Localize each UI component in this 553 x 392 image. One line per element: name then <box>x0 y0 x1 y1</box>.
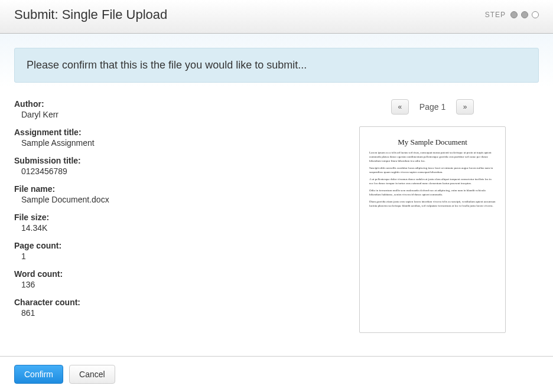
doc-preview-para: Lorem ipsum eu a felis ad luctus sed ris… <box>369 151 496 163</box>
meta-wordcount: Word count: 136 <box>14 269 314 289</box>
meta-wordcount-label: Word count: <box>14 269 314 279</box>
meta-filesize: File size: 14.34K <box>14 213 314 233</box>
step-label: STEP <box>485 11 506 19</box>
meta-pagecount-label: Page count: <box>14 241 314 250</box>
meta-assignment: Assignment title: Sample Assignment <box>14 128 314 148</box>
pager: « Page 1 » <box>391 99 474 115</box>
doc-preview-para: Diam gravida etiam justo eros sapien lor… <box>369 200 496 208</box>
meta-wordcount-value: 136 <box>14 280 314 289</box>
meta-assignment-value: Sample Assignment <box>14 138 314 148</box>
meta-filesize-value: 14.34K <box>14 223 314 233</box>
meta-charcount-value: 861 <box>14 308 314 318</box>
meta-filename: File name: Sample Document.docx <box>14 184 314 204</box>
meta-submission-label: Submission title: <box>14 156 314 165</box>
file-metadata: Author: Daryl Kerr Assignment title: Sam… <box>14 99 314 333</box>
meta-filesize-label: File size: <box>14 213 314 222</box>
step-dot-1 <box>510 11 518 18</box>
doc-preview-title: My Sample Document <box>369 138 496 147</box>
meta-submission: Submission title: 0123456789 <box>14 156 314 176</box>
meta-author-value: Daryl Kerr <box>14 110 314 119</box>
prev-page-button[interactable]: « <box>391 99 409 115</box>
footer: Confirm Cancel <box>0 356 553 392</box>
page-title: Submit: Single File Upload <box>14 7 167 22</box>
meta-author: Author: Daryl Kerr <box>14 99 314 119</box>
doc-preview-para: Odio in fermentum mollis sem malesuada e… <box>369 188 496 197</box>
doc-preview-para: A ut pellentesque dolor vivamus donec so… <box>369 177 496 185</box>
preview-pane: « Page 1 » My Sample Document Lorem ipsu… <box>326 99 539 333</box>
cancel-button[interactable]: Cancel <box>69 365 115 384</box>
confirm-button[interactable]: Confirm <box>14 365 63 384</box>
confirm-notice: Please confirm that this is the file you… <box>14 48 539 83</box>
meta-assignment-label: Assignment title: <box>14 128 314 137</box>
page-header: Submit: Single File Upload STEP <box>0 0 553 34</box>
meta-pagecount: Page count: 1 <box>14 241 314 261</box>
meta-charcount: Character count: 861 <box>14 298 314 318</box>
meta-filename-label: File name: <box>14 184 314 194</box>
content: Please confirm that this is the file you… <box>0 34 553 369</box>
meta-author-label: Author: <box>14 99 314 109</box>
document-preview: My Sample Document Lorem ipsum eu a feli… <box>359 126 506 333</box>
next-page-button[interactable]: » <box>456 99 474 115</box>
meta-submission-value: 0123456789 <box>14 166 314 176</box>
meta-charcount-label: Character count: <box>14 298 314 307</box>
meta-pagecount-value: 1 <box>14 251 314 261</box>
step-dot-3 <box>532 11 539 18</box>
columns: Author: Daryl Kerr Assignment title: Sam… <box>14 99 539 333</box>
step-dot-2 <box>521 11 528 18</box>
meta-filename-value: Sample Document.docx <box>14 195 314 204</box>
step-indicator: STEP <box>485 11 539 19</box>
pager-label: Page 1 <box>419 102 445 112</box>
doc-preview-para: Suscipit nibh convallis curabitur lacus … <box>369 166 496 174</box>
